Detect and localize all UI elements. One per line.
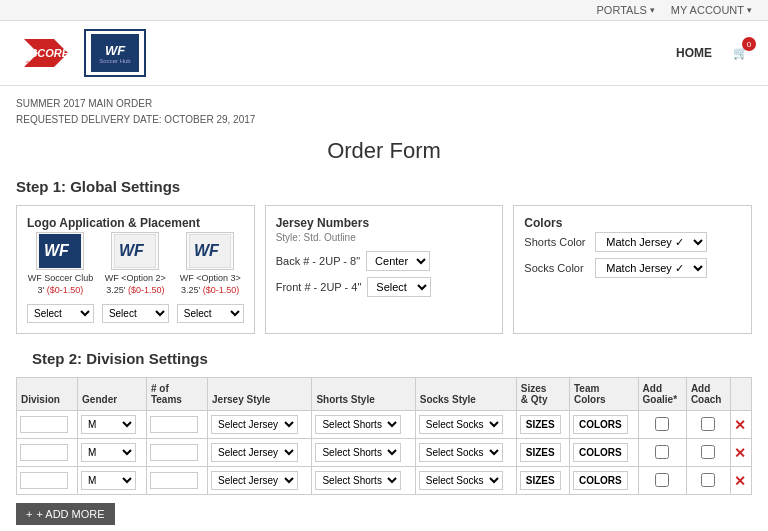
jersey-card-subtitle: Style: Std. Outline bbox=[276, 232, 493, 243]
jersey-front-label: Front # - 2UP - 4" bbox=[276, 281, 362, 293]
logo-price-3: ($0-1.50) bbox=[203, 285, 240, 295]
colors-card-title: Colors bbox=[524, 216, 741, 230]
table-row: MFCo-Ed Select Jersey Select Shorts bbox=[17, 411, 752, 439]
col-add-coach: AddCoach bbox=[686, 378, 730, 411]
coach-checkbox[interactable] bbox=[701, 473, 715, 487]
portals-nav[interactable]: PORTALS ▾ bbox=[597, 4, 655, 16]
score-logo-svg: SCORE SCORE bbox=[16, 35, 76, 71]
jersey-back-label: Back # - 2UP - 8" bbox=[276, 255, 360, 267]
delete-cell: ✕ bbox=[730, 467, 751, 495]
colors-button[interactable]: COLORS bbox=[573, 471, 628, 490]
logo-label-3: WF <Option 3> 3.25' ($0-1.50) bbox=[180, 273, 241, 296]
svg-text:WF: WF bbox=[194, 242, 220, 259]
wf-logo-svg-2: WF bbox=[114, 234, 156, 268]
add-more-button[interactable]: + + ADD MORE bbox=[16, 503, 115, 525]
logo-select-1[interactable]: Select bbox=[27, 304, 94, 323]
shorts-color-select[interactable]: Match Jersey ✓ Custom bbox=[595, 232, 707, 252]
colors-button[interactable]: COLORS bbox=[573, 443, 628, 462]
sizes-button[interactable]: SIZES bbox=[520, 471, 561, 490]
jersey-front-row: Front # - 2UP - 4" Select Center Left Ri… bbox=[276, 277, 493, 297]
logo-card: Logo Application & Placement WF WF Socce… bbox=[16, 205, 255, 334]
socks-style-cell: Select Socks bbox=[415, 439, 516, 467]
goalie-checkbox[interactable] bbox=[655, 445, 669, 459]
wf-logo-box: WF Soccer Hub bbox=[91, 34, 139, 72]
svg-text:SCORE: SCORE bbox=[26, 60, 54, 66]
portals-label: PORTALS bbox=[597, 4, 647, 16]
goalie-checkbox[interactable] bbox=[655, 417, 669, 431]
wf-logo-svg-1: WF bbox=[39, 234, 81, 268]
socks-color-label: Socks Color bbox=[524, 262, 589, 274]
logo-label-2: WF <Option 2> 3.25' ($0-1.50) bbox=[105, 273, 166, 296]
logo-select-2[interactable]: Select bbox=[102, 304, 169, 323]
jersey-front-select[interactable]: Select Center Left Right bbox=[367, 277, 431, 297]
num-teams-input[interactable] bbox=[150, 416, 198, 433]
col-delete bbox=[730, 378, 751, 411]
num-teams-cell bbox=[146, 411, 207, 439]
home-link[interactable]: HOME bbox=[676, 46, 712, 60]
cart-badge: 0 bbox=[742, 37, 756, 51]
step1-header: Step 1: Global Settings bbox=[16, 178, 752, 195]
division-input[interactable] bbox=[20, 416, 68, 433]
jersey-style-select[interactable]: Select Jersey bbox=[211, 415, 298, 434]
footer-disclaimer: *Insert disclaimer text about the Goalie… bbox=[0, 525, 768, 531]
goalie-checkbox[interactable] bbox=[655, 473, 669, 487]
socks-color-row: Socks Color Match Jersey ✓ Custom bbox=[524, 258, 741, 278]
logo-area: SCORE SCORE WF Soccer Hub bbox=[16, 29, 146, 77]
colors-cell: COLORS bbox=[569, 411, 638, 439]
logo-img-3: WF bbox=[186, 232, 234, 270]
num-teams-input[interactable] bbox=[150, 472, 198, 489]
jersey-style-cell: Select Jersey bbox=[208, 439, 312, 467]
num-teams-input[interactable] bbox=[150, 444, 198, 461]
portals-chevron-icon: ▾ bbox=[650, 5, 655, 15]
coach-checkbox[interactable] bbox=[701, 445, 715, 459]
delete-row-button[interactable]: ✕ bbox=[734, 417, 746, 433]
coach-cell bbox=[686, 439, 730, 467]
logo-img-1: WF bbox=[36, 232, 84, 270]
delete-row-button[interactable]: ✕ bbox=[734, 473, 746, 489]
gender-select[interactable]: MFCo-Ed bbox=[81, 415, 136, 434]
division-cell bbox=[17, 439, 78, 467]
division-cell bbox=[17, 467, 78, 495]
svg-text:WF: WF bbox=[119, 242, 145, 259]
col-socks-style: Socks Style bbox=[415, 378, 516, 411]
socks-style-select[interactable]: Select Socks bbox=[419, 415, 503, 434]
header-right: HOME 🛒 0 bbox=[676, 41, 752, 65]
gender-cell: MFCo-Ed bbox=[78, 467, 147, 495]
svg-text:SCORE: SCORE bbox=[30, 47, 70, 59]
shorts-style-select[interactable]: Select Shorts bbox=[315, 443, 401, 462]
jersey-style-select[interactable]: Select Jersey bbox=[211, 471, 298, 490]
division-input[interactable] bbox=[20, 472, 68, 489]
colors-cell: COLORS bbox=[569, 439, 638, 467]
gender-select[interactable]: MFCo-Ed bbox=[81, 443, 136, 462]
delete-cell: ✕ bbox=[730, 411, 751, 439]
coach-checkbox[interactable] bbox=[701, 417, 715, 431]
page-title: Order Form bbox=[0, 138, 768, 164]
shorts-style-cell: Select Shorts bbox=[312, 411, 415, 439]
col-add-goalie: AddGoalie* bbox=[638, 378, 686, 411]
jersey-back-select[interactable]: Center Left Right bbox=[366, 251, 430, 271]
logo-select-3[interactable]: Select bbox=[177, 304, 244, 323]
sizes-button[interactable]: SIZES bbox=[520, 415, 561, 434]
delete-row-button[interactable]: ✕ bbox=[734, 445, 746, 461]
socks-color-select[interactable]: Match Jersey ✓ Custom bbox=[595, 258, 707, 278]
socks-style-select[interactable]: Select Socks bbox=[419, 471, 503, 490]
cart-icon[interactable]: 🛒 0 bbox=[728, 41, 752, 65]
myaccount-nav[interactable]: MY ACCOUNT ▾ bbox=[671, 4, 752, 16]
socks-style-cell: Select Socks bbox=[415, 467, 516, 495]
wf-logo-svg-3: WF bbox=[189, 234, 231, 268]
table-row: MFCo-Ed Select Jersey Select Shorts bbox=[17, 467, 752, 495]
shorts-style-select[interactable]: Select Shorts bbox=[315, 415, 401, 434]
colors-button[interactable]: COLORS bbox=[573, 415, 628, 434]
svg-text:WF: WF bbox=[44, 242, 70, 259]
top-nav: PORTALS ▾ MY ACCOUNT ▾ bbox=[0, 0, 768, 21]
shorts-style-cell: Select Shorts bbox=[312, 439, 415, 467]
logo-selects: Select Select Select bbox=[27, 304, 244, 323]
gender-select[interactable]: MFCo-Ed bbox=[81, 471, 136, 490]
sizes-button[interactable]: SIZES bbox=[520, 443, 561, 462]
socks-style-select[interactable]: Select Socks bbox=[419, 443, 503, 462]
division-input[interactable] bbox=[20, 444, 68, 461]
shorts-style-cell: Select Shorts bbox=[312, 467, 415, 495]
jersey-style-select[interactable]: Select Jersey bbox=[211, 443, 298, 462]
shorts-style-select[interactable]: Select Shorts bbox=[315, 471, 401, 490]
add-more-icon: + bbox=[26, 508, 32, 520]
